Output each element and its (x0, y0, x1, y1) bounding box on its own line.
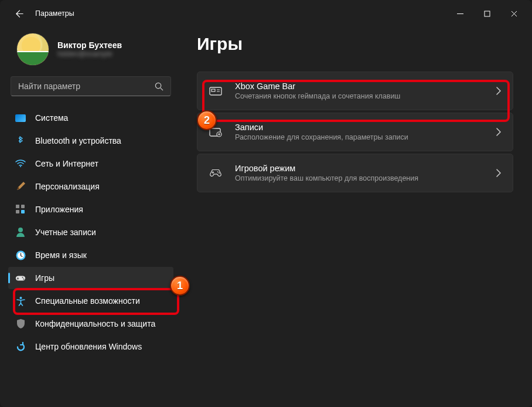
svg-point-8 (23, 279, 24, 280)
nav-list: Система Bluetooth и устройства Сеть и Ин… (7, 107, 175, 358)
sidebar-item-label: Система (35, 113, 68, 123)
sidebar-item-label: Учетные записи (35, 228, 96, 237)
sidebar-item-bluetooth[interactable]: Bluetooth и устройства (8, 130, 173, 152)
annotation-badge-1: 1 (170, 276, 190, 296)
sidebar: Виктор Бухтеев hidden@example Система (0, 27, 182, 407)
svg-point-14 (217, 171, 219, 172)
svg-point-1 (155, 83, 161, 88)
sidebar-item-apps[interactable]: Приложения (8, 198, 173, 221)
chevron-right-icon (496, 87, 501, 95)
card-xbox-game-bar[interactable]: Xbox Game Bar Сочетания кнопок геймпада … (197, 72, 513, 110)
sidebar-item-network[interactable]: Сеть и Интернет (8, 152, 173, 175)
card-captures[interactable]: Записи Расположение для сохранения, пара… (197, 113, 513, 151)
content-area: Виктор Бухтеев hidden@example Система (0, 27, 532, 407)
maximize-button[interactable] (473, 4, 500, 23)
svg-point-9 (19, 297, 22, 299)
sidebar-item-system[interactable]: Система (8, 107, 173, 129)
sidebar-item-label: Приложения (35, 205, 83, 214)
brush-icon (15, 181, 26, 192)
annotation-badge-2: 2 (197, 110, 217, 130)
sidebar-item-label: Центр обновления Windows (35, 342, 142, 351)
sidebar-item-personalization[interactable]: Персонализация (8, 175, 173, 198)
card-title: Записи (235, 123, 483, 132)
card-title: Игровой режим (235, 164, 483, 173)
shield-icon (15, 318, 26, 329)
maximize-icon (484, 11, 490, 17)
profile-name: Виктор Бухтеев (57, 40, 122, 50)
card-text: Записи Расположение для сохранения, пара… (235, 123, 483, 141)
titlebar: Параметры (0, 0, 532, 27)
update-icon (15, 341, 26, 352)
close-icon (511, 11, 517, 17)
svg-rect-11 (212, 89, 215, 91)
profile-email: hidden@example (57, 50, 122, 58)
sidebar-item-label: Специальные возможности (35, 296, 140, 306)
search-box[interactable] (11, 76, 171, 96)
profile-block[interactable]: Виктор Бухтеев hidden@example (7, 28, 175, 76)
card-subtitle: Оптимизируйте ваш компьютер для воспроиз… (235, 174, 483, 182)
window-controls (446, 4, 527, 23)
sidebar-item-label: Время и язык (35, 250, 87, 260)
svg-point-2 (20, 166, 21, 167)
sidebar-item-label: Bluetooth и устройства (35, 136, 121, 145)
svg-rect-0 (485, 11, 490, 16)
close-button[interactable] (500, 4, 527, 23)
apps-icon (15, 204, 26, 215)
svg-point-3 (18, 228, 23, 232)
minimize-button[interactable] (446, 4, 473, 23)
back-button[interactable] (9, 4, 29, 23)
card-subtitle: Расположение для сохранения, параметры з… (235, 133, 483, 141)
minimize-icon (457, 11, 463, 17)
card-text: Игровой режим Оптимизируйте ваш компьюте… (235, 164, 483, 182)
sidebar-item-update[interactable]: Центр обновления Windows (8, 335, 173, 358)
clock-icon (15, 250, 26, 260)
system-icon (15, 113, 26, 123)
search-icon (155, 82, 163, 91)
game-mode-icon (209, 168, 222, 178)
profile-info: Виктор Бухтеев hidden@example (57, 40, 122, 58)
sidebar-item-label: Сеть и Интернет (35, 159, 98, 168)
main-pane: Игры Xbox Game Bar Сочетания кнопок гейм… (182, 27, 532, 407)
xbox-bar-icon (209, 86, 222, 96)
sidebar-item-label: Персонализация (35, 182, 100, 191)
window-title: Параметры (35, 9, 74, 18)
settings-window: Параметры Виктор Бухтеев hidden@example (0, 0, 532, 407)
card-text: Xbox Game Bar Сочетания кнопок геймпада … (235, 82, 483, 100)
svg-point-7 (22, 277, 23, 278)
sidebar-item-time[interactable]: Время и язык (8, 244, 173, 266)
gamepad-icon (15, 273, 26, 283)
page-title: Игры (197, 34, 513, 54)
sidebar-item-privacy[interactable]: Конфиденциальность и защита (8, 313, 173, 335)
sidebar-item-label: Игры (35, 273, 54, 283)
sidebar-item-accessibility[interactable]: Специальные возможности (8, 290, 173, 312)
card-subtitle: Сочетания кнопок геймпада и сочетания кл… (235, 92, 483, 100)
person-icon (15, 227, 26, 238)
wifi-icon (15, 158, 26, 169)
card-title: Xbox Game Bar (235, 82, 483, 91)
card-game-mode[interactable]: Игровой режим Оптимизируйте ваш компьюте… (197, 154, 513, 192)
sidebar-item-accounts[interactable]: Учетные записи (8, 221, 173, 243)
svg-point-15 (219, 172, 220, 174)
avatar (16, 33, 49, 66)
arrow-left-icon (15, 9, 24, 18)
accessibility-icon (15, 296, 26, 306)
chevron-right-icon (496, 169, 501, 177)
search-input[interactable] (18, 82, 155, 91)
chevron-right-icon (496, 128, 501, 136)
sidebar-item-gaming[interactable]: Игры (8, 267, 173, 289)
bluetooth-icon (15, 135, 26, 146)
sidebar-item-label: Конфиденциальность и защита (35, 319, 155, 328)
